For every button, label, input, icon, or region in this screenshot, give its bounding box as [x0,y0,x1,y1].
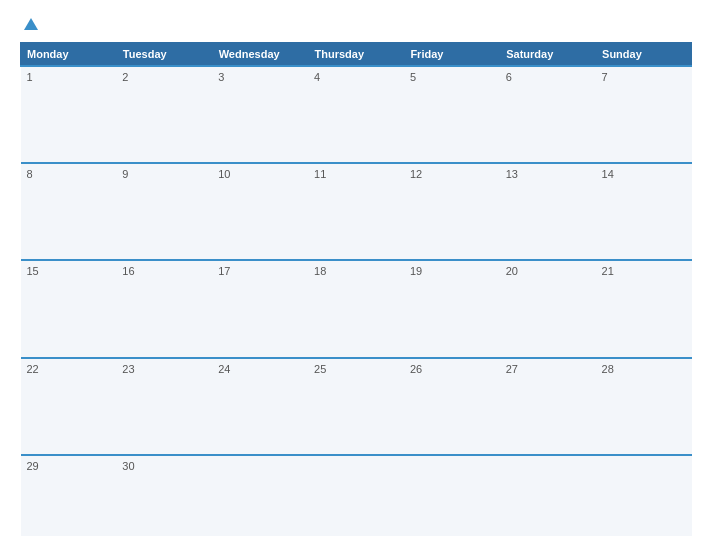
calendar-cell: 27 [500,358,596,455]
calendar-cell: 28 [596,358,692,455]
day-number: 21 [602,265,614,277]
day-number: 20 [506,265,518,277]
calendar-cell: 25 [308,358,404,455]
day-number: 10 [218,168,230,180]
day-number: 15 [27,265,39,277]
calendar-cell: 8 [21,163,117,260]
day-number: 30 [122,460,134,472]
day-number: 25 [314,363,326,375]
weekday-monday: Monday [21,43,117,67]
calendar-cell: 5 [404,66,500,163]
week-row-1: 1234567 [21,66,692,163]
day-number: 17 [218,265,230,277]
calendar-cell: 13 [500,163,596,260]
logo-text [20,18,38,32]
day-number: 8 [27,168,33,180]
day-number: 9 [122,168,128,180]
calendar-cell: 11 [308,163,404,260]
calendar-cell: 18 [308,260,404,357]
calendar-cell: 14 [596,163,692,260]
calendar-cell: 21 [596,260,692,357]
day-number: 5 [410,71,416,83]
day-number: 1 [27,71,33,83]
calendar-cell [404,455,500,536]
calendar-cell [596,455,692,536]
day-number: 18 [314,265,326,277]
day-number: 4 [314,71,320,83]
weekday-header-row: MondayTuesdayWednesdayThursdayFridaySatu… [21,43,692,67]
calendar-cell: 30 [116,455,212,536]
day-number: 3 [218,71,224,83]
calendar-cell: 20 [500,260,596,357]
day-number: 11 [314,168,326,180]
logo-triangle-icon [24,18,38,30]
day-number: 23 [122,363,134,375]
calendar-cell: 26 [404,358,500,455]
calendar-cell [308,455,404,536]
calendar-cell: 24 [212,358,308,455]
week-row-2: 891011121314 [21,163,692,260]
day-number: 27 [506,363,518,375]
day-number: 7 [602,71,608,83]
calendar-table: MondayTuesdayWednesdayThursdayFridaySatu… [20,42,692,536]
weekday-friday: Friday [404,43,500,67]
weekday-tuesday: Tuesday [116,43,212,67]
calendar-cell [500,455,596,536]
day-number: 22 [27,363,39,375]
day-number: 24 [218,363,230,375]
weekday-saturday: Saturday [500,43,596,67]
calendar-cell: 6 [500,66,596,163]
calendar-cell: 2 [116,66,212,163]
day-number: 19 [410,265,422,277]
day-number: 28 [602,363,614,375]
week-row-4: 22232425262728 [21,358,692,455]
day-number: 14 [602,168,614,180]
calendar-cell: 4 [308,66,404,163]
calendar-cell: 16 [116,260,212,357]
calendar-cell: 17 [212,260,308,357]
calendar-cell: 12 [404,163,500,260]
day-number: 2 [122,71,128,83]
calendar-cell: 29 [21,455,117,536]
header [20,18,692,32]
calendar-cell: 7 [596,66,692,163]
calendar-cell: 19 [404,260,500,357]
calendar-cell: 22 [21,358,117,455]
calendar-cell [212,455,308,536]
calendar-body: 1234567891011121314151617181920212223242… [21,66,692,536]
weekday-sunday: Sunday [596,43,692,67]
calendar-cell: 15 [21,260,117,357]
day-number: 26 [410,363,422,375]
week-row-5: 2930 [21,455,692,536]
logo [20,18,38,32]
weekday-wednesday: Wednesday [212,43,308,67]
day-number: 6 [506,71,512,83]
calendar-cell: 9 [116,163,212,260]
day-number: 29 [27,460,39,472]
calendar-cell: 23 [116,358,212,455]
week-row-3: 15161718192021 [21,260,692,357]
calendar-cell: 1 [21,66,117,163]
day-number: 16 [122,265,134,277]
calendar-page: MondayTuesdayWednesdayThursdayFridaySatu… [0,0,712,550]
day-number: 13 [506,168,518,180]
calendar-cell: 3 [212,66,308,163]
calendar-cell: 10 [212,163,308,260]
weekday-thursday: Thursday [308,43,404,67]
day-number: 12 [410,168,422,180]
